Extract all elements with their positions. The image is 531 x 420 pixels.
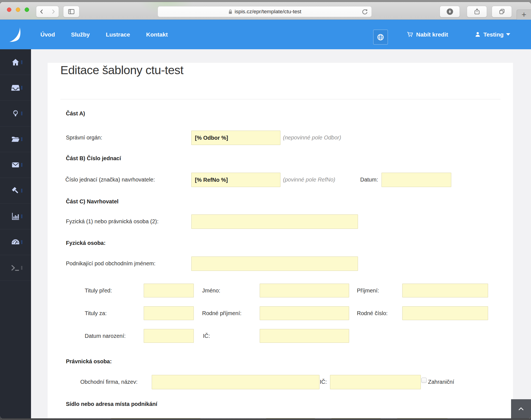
forward-button[interactable] bbox=[47, 6, 59, 17]
show-all-tabs-button[interactable] bbox=[492, 6, 512, 17]
datum-input[interactable] bbox=[382, 173, 451, 187]
organ-label: Správní orgán: bbox=[66, 134, 102, 141]
podnikajici-input[interactable] bbox=[191, 256, 358, 271]
content-card: Editace šablony ctu-test Část A) Správní… bbox=[48, 63, 513, 418]
datum-narozeni-input[interactable] bbox=[144, 329, 194, 343]
close-window-button[interactable] bbox=[7, 7, 11, 12]
browser-toolbar: ispis.cz/epr/template/ctu-test bbox=[0, 2, 531, 20]
sidebar-item-dashboard[interactable] bbox=[0, 229, 31, 255]
sidlo-field-3[interactable] bbox=[331, 418, 381, 418]
sidebar-item-statistics[interactable] bbox=[0, 204, 31, 229]
reload-button[interactable] bbox=[361, 8, 368, 17]
chevron-left-icon bbox=[38, 8, 45, 15]
cart-icon bbox=[407, 31, 414, 38]
sidebar-item-terminal[interactable] bbox=[0, 255, 31, 281]
browser-window: ispis.cz/epr/template/ctu-test bbox=[0, 2, 531, 418]
site-navbar: Úvod Služby Lustrace Kontakt Nabít kredi… bbox=[0, 20, 531, 49]
organ-input[interactable] bbox=[191, 131, 280, 145]
ic-fyzicka-input[interactable] bbox=[260, 329, 349, 343]
user-label: Testing bbox=[483, 31, 504, 38]
section-b-heading: Část B) Číslo jednací bbox=[66, 155, 121, 162]
sidebar-icon bbox=[68, 8, 75, 15]
sidlo-field-1[interactable] bbox=[111, 418, 200, 418]
minimize-window-button[interactable] bbox=[16, 7, 20, 12]
address-bar[interactable]: ispis.cz/epr/template/ctu-test bbox=[158, 6, 372, 17]
firma-input[interactable] bbox=[152, 375, 319, 389]
lock-icon bbox=[228, 9, 233, 14]
sidebar-toggle-button[interactable] bbox=[63, 6, 79, 17]
scroll-to-top-button[interactable] bbox=[511, 399, 531, 418]
app-body: Editace šablony ctu-test Část A) Správní… bbox=[0, 49, 531, 418]
sidebar-item-mail[interactable] bbox=[0, 152, 31, 178]
rodne-prijmeni-input[interactable] bbox=[260, 306, 349, 320]
podnikajici-label: Podnikající pod obchodním jménem: bbox=[66, 260, 156, 267]
prijmeni-label: Příjmení: bbox=[357, 287, 379, 294]
url-text: ispis.cz/epr/template/ctu-test bbox=[235, 9, 301, 15]
refno-label: Číslo jednací (značka) navrhovatele: bbox=[65, 177, 155, 183]
fyzicka-heading: Fyzická osoba: bbox=[66, 240, 105, 246]
tituly-za-label: Tituly za: bbox=[85, 310, 107, 317]
nav-link-lustrace[interactable]: Lustrace bbox=[106, 31, 130, 38]
plus-icon: + bbox=[522, 10, 527, 19]
folder-open-icon bbox=[11, 135, 20, 144]
refno-input[interactable] bbox=[191, 173, 280, 187]
zoom-window-button[interactable] bbox=[25, 7, 29, 12]
refno-note: (povinné pole RefNo) bbox=[283, 177, 335, 183]
datum-narozeni-label: Datum narození: bbox=[85, 333, 126, 339]
downloads-button[interactable] bbox=[440, 6, 460, 17]
new-tab-button[interactable]: + bbox=[517, 9, 531, 20]
ic-pravnicka-input[interactable] bbox=[330, 375, 421, 389]
chevron-right-icon bbox=[50, 8, 56, 15]
ic-fyzicka-label: IČ: bbox=[203, 333, 210, 339]
lightbulb-icon bbox=[11, 109, 20, 118]
inbox-icon bbox=[11, 83, 20, 92]
sidlo-heading: Sídlo nebo adresa místa podnikání bbox=[66, 401, 157, 407]
nav-link-kontakt[interactable]: Kontakt bbox=[146, 31, 168, 38]
share-button[interactable] bbox=[467, 6, 487, 17]
tituly-pred-input[interactable] bbox=[144, 284, 194, 297]
section-a-heading: Část A) bbox=[66, 110, 85, 117]
tachometer-icon bbox=[11, 238, 20, 247]
sidlo-field-4[interactable] bbox=[397, 418, 448, 418]
ic-pravnicka-label: IČ: bbox=[320, 379, 327, 385]
download-icon bbox=[446, 8, 453, 15]
osoba-label: Fyzická (1) nebo právnická osoba (2): bbox=[66, 218, 159, 225]
organ-note: (nepovinné pole Odbor) bbox=[283, 134, 341, 141]
credit-button[interactable]: Nabít kredit bbox=[407, 20, 448, 49]
credit-label: Nabít kredit bbox=[416, 31, 448, 38]
sidebar-item-inbox[interactable] bbox=[0, 75, 31, 101]
sidlo-field-2[interactable] bbox=[266, 418, 315, 418]
home-icon bbox=[11, 58, 20, 67]
language-button[interactable] bbox=[373, 30, 388, 45]
page-title: Editace šablony ctu-test bbox=[60, 63, 184, 77]
nav-link-uvod[interactable]: Úvod bbox=[40, 31, 55, 38]
sidebar-item-files[interactable] bbox=[0, 126, 31, 152]
jmeno-input[interactable] bbox=[260, 284, 349, 297]
caret-down-icon bbox=[506, 33, 510, 36]
tituly-za-input[interactable] bbox=[144, 306, 194, 320]
reload-icon bbox=[361, 8, 368, 15]
sidebar-item-home[interactable] bbox=[0, 49, 31, 75]
brand-logo-icon[interactable] bbox=[8, 26, 25, 43]
rodne-cislo-label: Rodné číslo: bbox=[357, 310, 388, 317]
zahranicni-label: Zahraniční bbox=[428, 379, 454, 385]
rodne-cislo-input[interactable] bbox=[402, 306, 488, 320]
zahranicni-checkbox[interactable] bbox=[421, 378, 427, 383]
back-button[interactable] bbox=[36, 6, 48, 17]
envelope-icon bbox=[11, 161, 20, 169]
chevron-up-icon bbox=[517, 406, 525, 412]
sidebar-item-ideas[interactable] bbox=[0, 101, 31, 126]
osoba-input[interactable] bbox=[191, 214, 358, 229]
firma-label: Obchodní firma, název: bbox=[80, 379, 138, 385]
gavel-icon bbox=[11, 186, 20, 195]
page-background: Editace šablony ctu-test Část A) Správní… bbox=[31, 49, 531, 418]
user-icon bbox=[475, 31, 481, 38]
datum-label: Datum: bbox=[360, 177, 378, 183]
sidebar-item-auctions[interactable] bbox=[0, 178, 31, 204]
rodne-prijmeni-label: Rodné příjmení: bbox=[202, 310, 241, 317]
nav-link-sluzby[interactable]: Služby bbox=[71, 31, 90, 38]
user-menu[interactable]: Testing bbox=[475, 20, 510, 49]
jmeno-label: Jméno: bbox=[202, 287, 220, 294]
bar-chart-icon bbox=[11, 212, 20, 221]
prijmeni-input[interactable] bbox=[402, 284, 488, 297]
